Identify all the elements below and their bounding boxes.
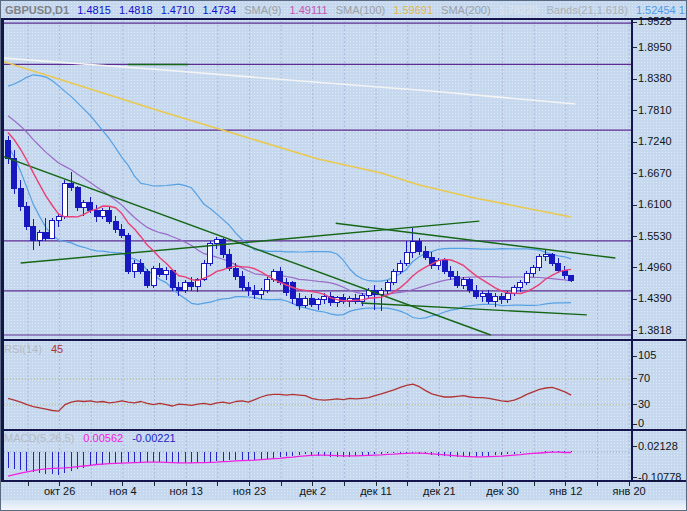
symbol-period-label: GBPUSD,D1: [5, 4, 69, 16]
rsi-label: RSI(14): [4, 343, 42, 355]
ohlc-low: 1.4710: [161, 4, 195, 16]
macd-main-value: 0.00562: [83, 432, 123, 444]
sma9-label: SMA(9): [244, 4, 281, 16]
rsi-pane-label: RSI(14) 45: [4, 343, 69, 355]
sma100-label: SMA(100): [336, 4, 386, 16]
ohlc-close: 1.4734: [202, 4, 236, 16]
bands-label: Bands(21,1.618): [547, 4, 628, 16]
macd-label: MACD(5,26,5): [4, 432, 74, 444]
macd-signal-value: -0.00221: [132, 432, 175, 444]
chart-header: GBPUSD,D1 1.4815 1.4818 1.4710 1.4734 SM…: [1, 1, 687, 18]
bands-value: 1.52454 1.4847: [636, 4, 687, 16]
mt4-chart-window: GBPUSD,D1 1.4815 1.4818 1.4710 1.4734 SM…: [0, 0, 687, 511]
window-bottom-strip: [1, 500, 687, 511]
ohlc-open: 1.4815: [77, 4, 111, 16]
sma200-label: SMA(200): [441, 4, 491, 16]
sma200-value: 1.76229: [499, 4, 539, 16]
ohlc-high: 1.4818: [119, 4, 153, 16]
macd-pane-label: MACD(5,26,5) 0.00562 -0.00221: [4, 432, 182, 444]
sma9-value: 1.49111: [289, 4, 327, 16]
rsi-value: 45: [51, 343, 63, 355]
sma100-value: 1.59691: [393, 4, 433, 16]
